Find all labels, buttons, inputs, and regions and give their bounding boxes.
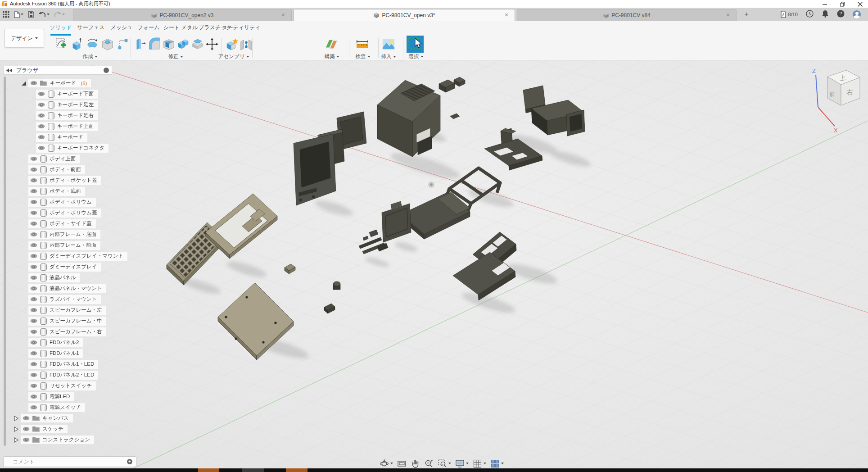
shell-icon[interactable] [162,37,176,51]
pan-icon[interactable] [411,459,420,468]
visibility-eye-icon[interactable] [30,275,37,280]
viewport-canvas[interactable] [0,60,868,468]
visibility-eye-icon[interactable] [30,297,37,302]
viewports-icon[interactable] [490,459,504,468]
browser-item[interactable]: キーボード上面 [29,122,98,131]
visibility-eye-icon[interactable] [30,178,37,183]
browser-item[interactable]: キーボード下面 [29,89,98,99]
visibility-eye-icon[interactable] [23,427,30,431]
ribbon-tab-1[interactable]: ソリッド [50,24,72,32]
browser-item[interactable]: ボディ・ボリウム [21,197,96,207]
visibility-eye-icon[interactable] [30,372,37,377]
browser-item[interactable]: ダミーディスプレイ・マウント [21,251,127,261]
taskbar-app-segment[interactable] [242,468,264,472]
browser-item[interactable]: スピーカフレーム・右 [21,327,106,336]
browser-item[interactable]: キーボードコネクタ [29,143,108,153]
document-tab[interactable]: PC-9801CV_open v3*× [294,9,515,21]
redo-button[interactable] [54,12,65,18]
fillet-icon[interactable] [148,37,161,51]
orbit-icon[interactable] [380,459,393,468]
browser-item[interactable]: キャンパス [14,413,73,423]
grid-toggle-icon[interactable] [473,459,486,468]
document-tab[interactable]: PC-9801CV_open2 v3× [73,9,292,21]
browser-item[interactable]: 電源スイッチ [21,403,85,412]
combine-icon[interactable] [176,37,190,51]
visibility-eye-icon[interactable] [30,264,37,269]
visibility-eye-icon[interactable] [38,124,45,129]
ribbon-group-label[interactable]: 構築 [325,53,339,60]
visibility-eye-icon[interactable] [38,135,45,140]
browser-item[interactable]: FDDパネル1・LED [21,359,98,369]
visibility-eye-icon[interactable] [30,167,37,172]
visibility-eye-icon[interactable] [30,318,37,323]
visibility-eye-icon[interactable] [30,232,37,237]
display-settings-icon[interactable] [455,459,469,468]
visibility-eye-icon[interactable] [30,351,37,356]
visibility-eye-icon[interactable] [30,243,37,248]
taskbar-app-segment[interactable] [198,468,219,472]
close-button[interactable] [858,2,863,7]
restore-button[interactable] [840,2,845,7]
new-component-icon[interactable] [225,37,239,51]
new-tab-button[interactable]: + [742,10,751,19]
browser-item[interactable]: ボディ・底面 [21,186,85,196]
browser-options-icon[interactable]: − [104,68,109,73]
save-button[interactable] [28,11,34,18]
browser-item[interactable]: 内部フレーム・前面 [21,241,100,250]
press-pull-icon[interactable] [133,37,147,51]
browser-item[interactable]: FDDパネル2 [21,338,83,347]
browser-item[interactable]: スピーカフレーム・中 [21,316,106,326]
browser-item[interactable]: キーボード足左 [29,100,98,109]
ribbon-group-label[interactable]: 検査 [356,53,371,60]
file-menu-button[interactable] [14,11,23,18]
taskbar[interactable] [0,468,868,472]
viewport[interactable]: Z X 上 前 右 ブラウザ − キーボード(6)キーボード下面キーボード足左キ… [0,60,868,468]
notifications-bell-icon[interactable] [822,10,829,19]
ribbon-group-label[interactable]: 選択 [409,53,424,60]
view-cube[interactable]: Z X 上 前 右 [806,64,868,136]
clock-icon[interactable] [806,10,814,19]
browser-item[interactable]: FDDパネル2・LED [21,370,98,380]
undo-button[interactable] [39,12,50,18]
document-tab[interactable]: PC-9801CV v84× [517,9,737,21]
browser-item[interactable]: 液晶パネル・マウント [21,284,106,293]
browser-item[interactable]: リセットスイッチ [21,381,96,390]
browser-item[interactable]: キーボード足右 [29,111,98,120]
help-icon[interactable]: ? [837,10,845,19]
zoom-icon[interactable] [424,459,434,468]
browser-item[interactable]: ダミーディスプレイ [21,262,101,272]
ribbon-group-label[interactable]: 作成 [83,53,98,60]
visibility-eye-icon[interactable] [30,329,37,334]
browser-scrollbar[interactable] [4,77,6,446]
visibility-eye-icon[interactable] [30,200,37,204]
visibility-eye-icon[interactable] [30,340,37,345]
insert-canvas-icon[interactable] [382,37,395,51]
comment-bar[interactable]: コメント + [3,456,136,467]
joint-icon[interactable] [240,37,253,51]
browser-item[interactable]: キーボード [29,132,87,142]
move-icon[interactable] [205,37,219,51]
visibility-eye-icon[interactable] [30,254,37,259]
visibility-eye-icon[interactable] [30,383,37,388]
create-sketch-icon[interactable] [55,37,68,51]
hole-icon[interactable] [101,37,114,51]
expander-icon[interactable] [21,81,27,86]
tab-close-icon[interactable]: × [724,11,732,18]
visibility-eye-icon[interactable] [38,145,45,150]
extrude-icon[interactable] [70,37,84,51]
pattern-icon[interactable] [116,37,130,51]
visibility-eye-icon[interactable] [30,189,37,194]
browser-item[interactable]: キーボード(6) [21,78,91,88]
ribbon-tab-4[interactable]: フォーム [138,24,160,32]
visibility-eye-icon[interactable] [30,286,37,291]
expander-icon[interactable] [14,437,20,443]
visibility-eye-icon[interactable] [30,405,37,410]
browser-item[interactable]: FDDパネル1 [21,349,83,358]
collapse-panel-icon[interactable] [6,68,13,73]
visibility-eye-icon[interactable] [23,437,30,442]
browser-item[interactable]: ボディ・ポケット蓋 [21,176,101,185]
add-comment-icon[interactable]: + [127,459,132,464]
tab-close-icon[interactable]: × [503,11,510,18]
browser-item[interactable]: ボディ上面 [21,154,80,163]
workspace-selector[interactable]: デザイン [5,29,44,48]
